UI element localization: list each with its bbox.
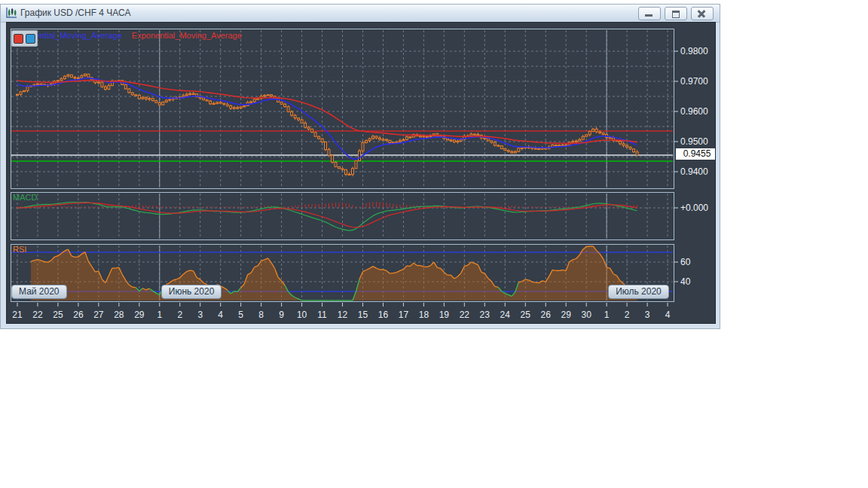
chart-plot[interactable] (7, 23, 716, 324)
time-axis-label: 1 (597, 310, 616, 320)
restore-button[interactable] (665, 7, 687, 20)
title-bar[interactable]: График USD /CHF 4 ЧАСА (1, 5, 720, 23)
indicator-buttons (11, 30, 38, 47)
moving-averages (17, 78, 637, 160)
time-axis-label: 10 (292, 310, 312, 320)
month-chip: Июнь 2020 (161, 285, 222, 299)
time-axis-label: 25 (515, 310, 535, 320)
rsi-tick-label: 60 (680, 257, 690, 267)
rsi-tick-label: 40 (680, 276, 690, 287)
time-axis-label: 29 (556, 310, 576, 320)
time-axis-label: 26 (69, 310, 88, 320)
time-axis-label: 2 (170, 310, 190, 320)
close-button[interactable] (691, 7, 714, 20)
time-axis-label: 23 (475, 310, 494, 320)
time-axis-label: 3 (191, 310, 210, 320)
indicator-legend: ential_Moving_Average Exponential_Moving… (35, 31, 242, 40)
time-axis-label: 2 (617, 310, 637, 320)
candlestick-chart-icon (5, 7, 17, 19)
rsi-indicator-label: RSI (13, 245, 26, 254)
time-axis-label: 9 (272, 310, 292, 320)
time-axis-label: 8 (252, 310, 271, 320)
macd-series (17, 202, 637, 230)
time-axis-label: 4 (211, 310, 231, 320)
time-axis-label: 15 (353, 310, 372, 320)
price-tick-label: 0.9400 (680, 166, 708, 177)
time-axis-label: 18 (414, 310, 433, 320)
time-axis-label: 19 (434, 310, 454, 320)
rsi-series (31, 246, 637, 300)
price-tick-label: 0.9700 (680, 76, 708, 87)
time-axis-label: 29 (130, 310, 149, 320)
indicator-remove-red-button[interactable] (14, 34, 23, 44)
time-axis-label: 4 (658, 310, 677, 320)
time-axis-label: 1 (150, 310, 170, 320)
price-tick-label: 0.9800 (680, 46, 708, 56)
time-axis-label: 16 (373, 310, 393, 320)
indicator-remove-blue-button[interactable] (26, 34, 35, 44)
price-tick-label: 0.9500 (680, 136, 708, 147)
time-axis-label: 25 (48, 310, 68, 320)
time-axis-label: 22 (454, 310, 474, 320)
time-axis-label: 28 (109, 310, 129, 320)
time-axis-label: 3 (637, 310, 657, 320)
price-tick-label: 0.9600 (680, 106, 708, 117)
macd-indicator-label: MACD (13, 193, 37, 202)
chart-client-area[interactable]: ential_Moving_Average Exponential_Moving… (6, 22, 716, 324)
time-axis-label: 17 (393, 310, 413, 320)
chart-window: График USD /CHF 4 ЧАСА ential_Moving_Ave… (0, 4, 720, 329)
time-axis-label: 11 (313, 310, 332, 320)
month-chip: Июль 2020 (608, 285, 669, 299)
time-axis-label: 30 (576, 310, 596, 320)
time-axis-label: 22 (28, 310, 47, 320)
time-axis-label: 27 (89, 310, 108, 320)
time-axis-label: 24 (495, 310, 515, 320)
time-axis-label: 26 (536, 310, 555, 320)
macd-axis-value: +0.000 (680, 203, 708, 213)
ema-slow-legend-label: Exponential_Moving_Average (132, 31, 242, 40)
ema-fast-legend-label: ential_Moving_Average (35, 31, 122, 40)
time-axis-label: 12 (333, 310, 353, 320)
current-price-box: 0.9455 (676, 148, 716, 160)
time-axis-label: 21 (8, 310, 27, 320)
window-title: График USD /CHF 4 ЧАСА (20, 8, 130, 18)
time-axis-label: 5 (231, 310, 251, 320)
month-chip: Май 2020 (11, 285, 67, 299)
minimize-button[interactable] (638, 7, 661, 20)
